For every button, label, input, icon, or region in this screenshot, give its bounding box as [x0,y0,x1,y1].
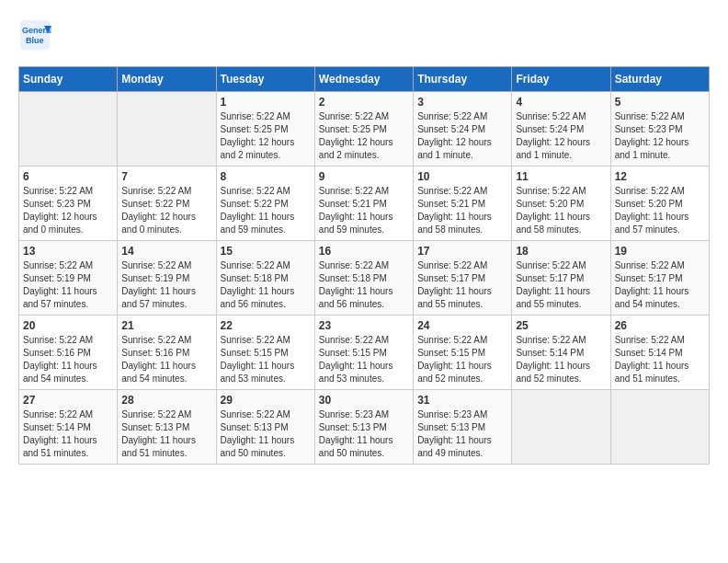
day-info: Sunrise: 5:22 AM Sunset: 5:13 PM Dayligh… [121,408,211,460]
day-number: 9 [319,170,409,183]
day-number: 7 [121,170,211,183]
day-info: Sunrise: 5:22 AM Sunset: 5:20 PM Dayligh… [516,185,606,236]
calendar-week-row: 6Sunrise: 5:22 AM Sunset: 5:23 PM Daylig… [19,167,710,241]
day-number: 24 [417,319,507,332]
calendar-week-row: 1Sunrise: 5:22 AM Sunset: 5:25 PM Daylig… [19,92,710,167]
day-number: 10 [417,170,507,183]
day-info: Sunrise: 5:22 AM Sunset: 5:21 PM Dayligh… [319,185,409,236]
calendar-cell: 9Sunrise: 5:22 AM Sunset: 5:21 PM Daylig… [314,167,413,241]
day-info: Sunrise: 5:22 AM Sunset: 5:15 PM Dayligh… [221,334,311,385]
day-number: 4 [516,96,606,109]
day-number: 25 [516,319,606,332]
calendar-cell: 10Sunrise: 5:22 AM Sunset: 5:21 PM Dayli… [414,167,512,241]
weekday-header: Tuesday [216,67,314,92]
day-info: Sunrise: 5:22 AM Sunset: 5:17 PM Dayligh… [615,259,705,311]
day-info: Sunrise: 5:22 AM Sunset: 5:20 PM Dayligh… [615,185,705,236]
day-number: 17 [417,245,507,258]
day-info: Sunrise: 5:22 AM Sunset: 5:17 PM Dayligh… [417,259,507,311]
calendar-cell: 3Sunrise: 5:22 AM Sunset: 5:24 PM Daylig… [414,92,512,167]
day-info: Sunrise: 5:22 AM Sunset: 5:18 PM Dayligh… [221,259,311,311]
logo: General Blue [18,18,57,52]
day-number: 8 [221,170,311,183]
day-info: Sunrise: 5:22 AM Sunset: 5:13 PM Dayligh… [221,408,311,460]
day-number: 13 [23,245,113,258]
day-number: 19 [615,245,705,258]
day-info: Sunrise: 5:22 AM Sunset: 5:23 PM Dayligh… [23,185,113,236]
calendar-cell: 26Sunrise: 5:22 AM Sunset: 5:14 PM Dayli… [610,316,709,390]
day-info: Sunrise: 5:22 AM Sunset: 5:18 PM Dayligh… [319,259,409,311]
day-number: 6 [23,170,113,183]
calendar-week-row: 20Sunrise: 5:22 AM Sunset: 5:16 PM Dayli… [19,316,710,390]
svg-text:Blue: Blue [26,36,44,45]
calendar-cell: 18Sunrise: 5:22 AM Sunset: 5:17 PM Dayli… [512,241,610,316]
day-number: 14 [121,245,211,258]
calendar-cell: 22Sunrise: 5:22 AM Sunset: 5:15 PM Dayli… [216,316,314,390]
calendar-cell: 16Sunrise: 5:22 AM Sunset: 5:18 PM Dayli… [314,241,413,316]
weekday-header: Wednesday [314,67,413,92]
day-number: 5 [615,96,705,109]
calendar-cell: 20Sunrise: 5:22 AM Sunset: 5:16 PM Dayli… [19,316,118,390]
day-number: 26 [615,319,705,332]
day-info: Sunrise: 5:22 AM Sunset: 5:14 PM Dayligh… [615,334,705,385]
calendar-table: SundayMondayTuesdayWednesdayThursdayFrid… [18,66,710,465]
day-number: 23 [319,319,409,332]
calendar-cell: 4Sunrise: 5:22 AM Sunset: 5:24 PM Daylig… [512,92,610,167]
calendar-week-row: 27Sunrise: 5:22 AM Sunset: 5:14 PM Dayli… [19,390,710,465]
logo-icon: General Blue [18,18,51,52]
day-info: Sunrise: 5:22 AM Sunset: 5:25 PM Dayligh… [221,110,311,162]
day-info: Sunrise: 5:22 AM Sunset: 5:21 PM Dayligh… [417,185,507,236]
calendar-cell [610,390,709,465]
calendar-week-row: 13Sunrise: 5:22 AM Sunset: 5:19 PM Dayli… [19,241,710,316]
calendar-cell: 23Sunrise: 5:22 AM Sunset: 5:15 PM Dayli… [314,316,413,390]
day-number: 30 [319,394,409,407]
day-info: Sunrise: 5:22 AM Sunset: 5:23 PM Dayligh… [615,110,705,162]
day-info: Sunrise: 5:22 AM Sunset: 5:22 PM Dayligh… [221,185,311,236]
day-info: Sunrise: 5:22 AM Sunset: 5:15 PM Dayligh… [417,334,507,385]
day-number: 29 [221,394,311,407]
calendar-cell: 7Sunrise: 5:22 AM Sunset: 5:22 PM Daylig… [118,167,216,241]
day-number: 2 [319,96,409,109]
calendar-cell: 15Sunrise: 5:22 AM Sunset: 5:18 PM Dayli… [216,241,314,316]
calendar-cell: 21Sunrise: 5:22 AM Sunset: 5:16 PM Dayli… [118,316,216,390]
calendar-cell: 30Sunrise: 5:23 AM Sunset: 5:13 PM Dayli… [314,390,413,465]
day-info: Sunrise: 5:22 AM Sunset: 5:14 PM Dayligh… [23,408,113,460]
calendar-cell: 12Sunrise: 5:22 AM Sunset: 5:20 PM Dayli… [610,167,709,241]
day-number: 1 [221,96,311,109]
calendar-cell: 17Sunrise: 5:22 AM Sunset: 5:17 PM Dayli… [414,241,512,316]
day-number: 12 [615,170,705,183]
calendar-cell: 25Sunrise: 5:22 AM Sunset: 5:14 PM Dayli… [512,316,610,390]
calendar-cell: 5Sunrise: 5:22 AM Sunset: 5:23 PM Daylig… [610,92,709,167]
calendar-cell: 11Sunrise: 5:22 AM Sunset: 5:20 PM Dayli… [512,167,610,241]
calendar-cell: 13Sunrise: 5:22 AM Sunset: 5:19 PM Dayli… [19,241,118,316]
weekday-header: Sunday [19,67,118,92]
day-number: 3 [417,96,507,109]
calendar-cell [118,92,216,167]
calendar-cell [19,92,118,167]
calendar-cell: 31Sunrise: 5:23 AM Sunset: 5:13 PM Dayli… [414,390,512,465]
calendar-cell: 8Sunrise: 5:22 AM Sunset: 5:22 PM Daylig… [216,167,314,241]
day-number: 20 [23,319,113,332]
day-number: 31 [417,394,507,407]
calendar-cell: 6Sunrise: 5:22 AM Sunset: 5:23 PM Daylig… [19,167,118,241]
weekday-header: Saturday [610,67,709,92]
day-info: Sunrise: 5:22 AM Sunset: 5:22 PM Dayligh… [121,185,211,236]
day-number: 18 [516,245,606,258]
day-info: Sunrise: 5:22 AM Sunset: 5:16 PM Dayligh… [121,334,211,385]
day-number: 16 [319,245,409,258]
weekday-header: Monday [118,67,216,92]
day-number: 22 [221,319,311,332]
calendar-cell: 27Sunrise: 5:22 AM Sunset: 5:14 PM Dayli… [19,390,118,465]
day-number: 28 [121,394,211,407]
svg-rect-0 [20,20,50,50]
day-number: 27 [23,394,113,407]
calendar-cell: 19Sunrise: 5:22 AM Sunset: 5:17 PM Dayli… [610,241,709,316]
day-info: Sunrise: 5:22 AM Sunset: 5:16 PM Dayligh… [23,334,113,385]
calendar-cell: 2Sunrise: 5:22 AM Sunset: 5:25 PM Daylig… [314,92,413,167]
day-info: Sunrise: 5:22 AM Sunset: 5:24 PM Dayligh… [516,110,606,162]
day-info: Sunrise: 5:22 AM Sunset: 5:19 PM Dayligh… [23,259,113,311]
weekday-header: Thursday [414,67,512,92]
day-number: 11 [516,170,606,183]
calendar-cell: 28Sunrise: 5:22 AM Sunset: 5:13 PM Dayli… [118,390,216,465]
day-info: Sunrise: 5:23 AM Sunset: 5:13 PM Dayligh… [319,408,409,460]
day-info: Sunrise: 5:22 AM Sunset: 5:19 PM Dayligh… [121,259,211,311]
